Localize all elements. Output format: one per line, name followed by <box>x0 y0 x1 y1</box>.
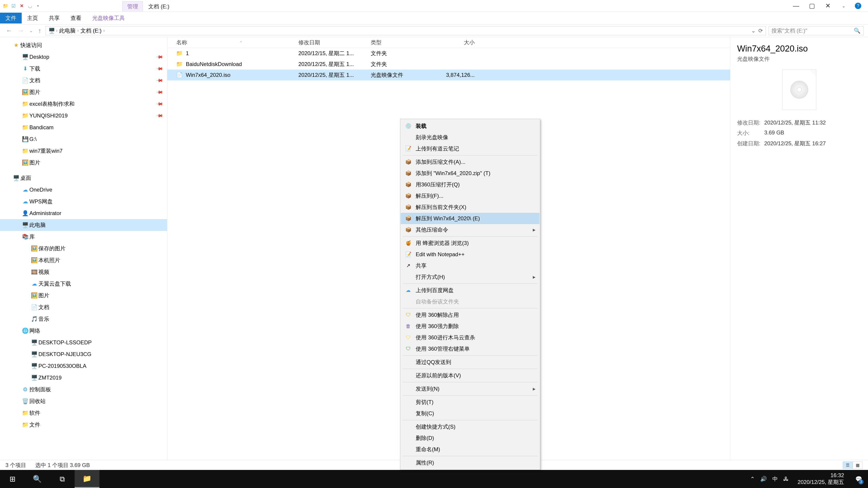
chevron-icon[interactable]: › <box>77 28 79 33</box>
search-input[interactable]: 搜索"文档 (E:)" 🔍 <box>769 26 864 35</box>
tree-item[interactable]: 🎵音乐 <box>0 313 167 325</box>
tree-item[interactable]: 📁excel表格制作求和📌 <box>0 98 167 110</box>
tree-item[interactable]: 📁Bandicam <box>0 122 167 133</box>
context-menu-item[interactable]: 剪切(T) <box>401 396 539 408</box>
context-menu-item[interactable]: 复制(C) <box>401 408 539 419</box>
navigation-tree[interactable]: ★ 快速访问 🖥️Desktop📌⬇下载📌📄文档📌🖼️图片📌📁excel表格制作… <box>0 37 167 460</box>
context-menu-item[interactable]: 🛡使用 360进行木马云查杀 <box>401 332 539 343</box>
context-menu-item[interactable]: 还原以前的版本(V) <box>401 370 539 381</box>
context-menu-item[interactable]: 🗑使用 360强力删除 <box>401 321 539 332</box>
context-menu-item[interactable]: 📦解压到 Win7x64_2020\ (E) <box>401 213 539 224</box>
tree-item[interactable]: 🖥️DESKTOP-NJEU3CG <box>0 348 167 360</box>
tree-item[interactable]: 🖼️图片 <box>0 157 167 168</box>
tree-item[interactable]: ☁OneDrive <box>0 184 167 196</box>
tree-item[interactable]: 👤Administrator <box>0 207 167 219</box>
file-row[interactable]: 📄Win7x64_2020.iso2020/12/25, 星期五 1...光盘映… <box>167 70 730 80</box>
context-menu-item[interactable]: 打开方式(H)▸ <box>401 271 539 283</box>
context-menu-item[interactable]: 📦用360压缩打开(Q) <box>401 179 539 190</box>
context-menu-item[interactable]: 发送到(N)▸ <box>401 383 539 394</box>
back-button[interactable]: ← <box>4 27 13 34</box>
context-menu-item[interactable]: 💿装载 <box>401 121 539 132</box>
column-type[interactable]: 类型 <box>371 39 434 46</box>
forward-button[interactable]: → <box>16 27 25 34</box>
context-menu-item[interactable]: ↗共享 <box>401 260 539 271</box>
network-node[interactable]: 🌐 网络 <box>0 325 167 337</box>
context-menu-item[interactable]: 重命名(M) <box>401 444 539 455</box>
context-menu-item[interactable]: 🍯用 蜂蜜浏览器 浏览(3) <box>401 237 539 249</box>
tree-item[interactable]: 🖥️此电脑 <box>0 219 167 231</box>
context-menu-item[interactable]: 📦解压到(F)... <box>401 190 539 201</box>
tree-item[interactable]: ⚙控制面板 <box>0 384 167 395</box>
desktop-node[interactable]: 🖥️ 桌面 <box>0 172 167 184</box>
tree-item[interactable]: 🖼️图片📌 <box>0 86 167 98</box>
column-size[interactable]: 大小 <box>434 39 479 46</box>
tree-item[interactable]: 🖥️PC-20190530OBLA <box>0 360 167 372</box>
network-tray-icon[interactable]: 🖧 <box>783 476 789 482</box>
tree-item[interactable]: 📄文档 <box>0 301 167 313</box>
task-view-button[interactable]: ⧉ <box>50 470 74 488</box>
close-red-icon[interactable]: ✕ <box>19 3 25 9</box>
context-menu-item[interactable]: 📦解压到当前文件夹(X) <box>401 201 539 213</box>
chevron-icon[interactable]: › <box>56 28 57 33</box>
tree-item[interactable]: 🖼️图片 <box>0 290 167 301</box>
chevron-icon[interactable]: › <box>103 28 105 33</box>
tree-item[interactable]: 📁软件 <box>0 407 167 419</box>
tree-item[interactable]: 💾G:\ <box>0 133 167 145</box>
maximize-button[interactable]: ▢ <box>807 2 816 9</box>
context-menu-item[interactable]: 创建快捷方式(S) <box>401 421 539 432</box>
column-date[interactable]: 修改日期 <box>298 39 371 46</box>
tree-item[interactable]: 🖥️DESKTOP-LSSOEDP <box>0 337 167 348</box>
context-menu-item[interactable]: 📦添加到 "Win7x64_2020.zip" (T) <box>401 168 539 179</box>
tree-item[interactable]: 🗑️回收站 <box>0 395 167 407</box>
dropdown-icon[interactable]: ◡ <box>27 3 33 9</box>
quick-access-node[interactable]: ★ 快速访问 <box>0 39 167 51</box>
checkbox-icon[interactable]: ☑ <box>10 3 17 9</box>
file-tab[interactable]: 文件 <box>0 13 22 24</box>
context-menu-item[interactable]: 🛡使用 360解除占用 <box>401 309 539 321</box>
file-list[interactable]: 名称 ⌃ 修改日期 类型 大小 📁12020/12/15, 星期二 1...文件… <box>167 37 730 460</box>
context-menu-item[interactable]: 通过QQ发送到 <box>401 357 539 368</box>
tree-item[interactable]: ☁天翼云盘下载 <box>0 278 167 290</box>
history-dropdown-icon[interactable]: ⌄ <box>751 28 756 34</box>
column-name[interactable]: 名称 ⌃ <box>167 39 298 46</box>
context-menu-item[interactable]: 📝Edit with Notepad++ <box>401 249 539 260</box>
recent-dropdown[interactable]: ⌄ <box>28 28 34 33</box>
context-menu-item[interactable]: 📝上传到有道云笔记 <box>401 143 539 154</box>
icons-view-button[interactable]: ▦ <box>852 462 863 469</box>
minimize-button[interactable]: — <box>792 2 801 9</box>
manage-tab[interactable]: 管理 <box>123 1 143 11</box>
tree-item[interactable]: 📁win7重装win7 <box>0 145 167 157</box>
notification-button[interactable]: 💬 3 <box>853 472 864 486</box>
context-menu-item[interactable]: 📦其他压缩命令▸ <box>401 224 539 235</box>
tree-item[interactable]: 📄文档📌 <box>0 74 167 86</box>
tree-item[interactable]: 🖥️Desktop📌 <box>0 51 167 63</box>
context-menu-item[interactable]: ☁上传到百度网盘 <box>401 285 539 296</box>
clock[interactable]: 16:32 2020/12/25, 星期五 <box>794 472 848 486</box>
view-tab[interactable]: 查看 <box>65 13 87 24</box>
tree-item[interactable]: 📚库 <box>0 231 167 242</box>
context-menu-item[interactable]: 📦添加到压缩文件(A)... <box>401 156 539 168</box>
volume-icon[interactable]: 🔊 <box>760 476 767 482</box>
explorer-taskbar-button[interactable]: 📁 <box>74 470 99 488</box>
address-path[interactable]: 🖥️ › 此电脑 › 文档 (E:) › ⌄ ⟳ <box>45 26 766 35</box>
qat-chevron-icon[interactable]: ▾ <box>35 3 41 9</box>
share-tab[interactable]: 共享 <box>43 13 65 24</box>
tree-item[interactable]: 📁文件 <box>0 419 167 431</box>
up-button[interactable]: ↑ <box>37 27 43 34</box>
context-menu-item[interactable]: 属性(R) <box>401 457 539 468</box>
tree-item[interactable]: 🖼️保存的图片 <box>0 242 167 254</box>
context-menu[interactable]: 💿装载刻录光盘映像📝上传到有道云笔记📦添加到压缩文件(A)...📦添加到 "Wi… <box>400 119 540 470</box>
context-menu-item[interactable]: 删除(D) <box>401 432 539 444</box>
context-menu-item[interactable]: 刻录光盘映像 <box>401 132 539 143</box>
help-button[interactable]: ? <box>855 3 861 9</box>
tree-item[interactable]: 🎞️视频 <box>0 266 167 278</box>
breadcrumb-drive[interactable]: 文档 (E:) <box>80 27 102 34</box>
details-view-button[interactable]: ☰ <box>843 462 852 469</box>
home-tab[interactable]: 主页 <box>22 13 43 24</box>
file-row[interactable]: 📁BaiduNetdiskDownload2020/12/25, 星期五 1..… <box>167 59 730 70</box>
search-button[interactable]: 🔍 <box>25 470 50 488</box>
tree-item[interactable]: 🖼️本机照片 <box>0 254 167 266</box>
tree-item[interactable]: 📁YUNQISHI2019📌 <box>0 110 167 122</box>
breadcrumb-root[interactable]: 此电脑 <box>58 27 76 34</box>
tree-item[interactable]: ⬇下载📌 <box>0 63 167 74</box>
